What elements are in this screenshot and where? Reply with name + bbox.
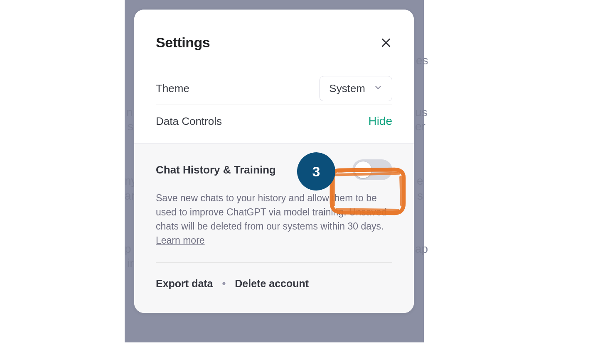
theme-label: Theme — [156, 82, 189, 95]
chat-history-description: Save new chats to your history and allow… — [156, 191, 392, 247]
separator-dot: • — [222, 278, 226, 290]
backdrop-text-fragment: n — [126, 106, 133, 119]
toggle-knob — [355, 161, 371, 178]
backdrop-text-fragment: e — [417, 174, 423, 188]
close-button[interactable] — [380, 37, 392, 49]
annotation-step-number: 3 — [312, 164, 320, 180]
divider — [156, 262, 392, 263]
modal-title: Settings — [156, 34, 210, 51]
learn-more-link[interactable]: Learn more — [156, 235, 205, 246]
delete-account-button[interactable]: Delete account — [235, 278, 309, 290]
chat-history-toggle[interactable] — [352, 159, 392, 180]
chevron-down-icon — [374, 82, 383, 95]
settings-modal: Settings Theme System — [134, 10, 414, 313]
backdrop-text-fragment: ar — [125, 189, 135, 203]
close-icon — [380, 37, 392, 49]
backdrop-text-fragment: er — [415, 120, 425, 133]
backdrop-text-fragment: es — [416, 54, 428, 67]
backdrop-text-fragment: us — [415, 106, 428, 119]
backdrop-text-fragment: s — [417, 189, 423, 203]
data-controls-toggle-link[interactable]: Hide — [368, 115, 392, 128]
theme-select[interactable]: System — [320, 76, 392, 101]
backdrop-text-fragment: ap — [415, 242, 428, 256]
backdrop-text-fragment: ir — [127, 257, 134, 270]
data-controls-label: Data Controls — [156, 115, 222, 128]
backdrop-text-fragment: s — [128, 120, 133, 133]
annotation-step-badge: 3 — [297, 152, 335, 191]
export-data-button[interactable]: Export data — [156, 278, 213, 290]
chat-history-title: Chat History & Training — [156, 164, 276, 176]
theme-select-value: System — [329, 82, 365, 95]
